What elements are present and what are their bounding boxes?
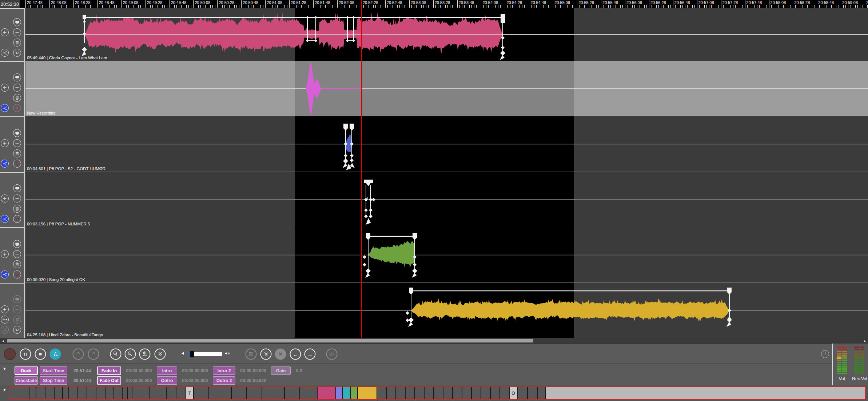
cart-cell[interactable] xyxy=(29,387,36,399)
prev-item-button[interactable]: ← xyxy=(290,348,301,360)
stop-button[interactable] xyxy=(35,348,46,360)
cart-cell[interactable] xyxy=(247,387,262,399)
horizontal-scrollbar[interactable]: ◂ ▸ xyxy=(0,338,868,344)
cart-cell[interactable] xyxy=(63,387,68,399)
delete-track-button[interactable] xyxy=(13,260,21,268)
selected-time-region[interactable] xyxy=(295,8,574,61)
stop-time-value[interactable]: 20:51:44 xyxy=(69,376,95,385)
cart-cell[interactable] xyxy=(209,387,231,399)
monitor-button[interactable] xyxy=(13,240,21,248)
scroll-left-icon[interactable]: ◂ xyxy=(0,338,6,344)
zoom-in-track-button[interactable] xyxy=(1,28,9,36)
speaker-loud-icon[interactable] xyxy=(225,350,231,358)
cart-cell[interactable] xyxy=(318,387,335,399)
cart-cell[interactable] xyxy=(336,387,342,399)
cart-cell[interactable] xyxy=(518,387,527,399)
discard-button[interactable]: × xyxy=(275,348,286,360)
cart-cell[interactable] xyxy=(87,387,96,399)
route-button[interactable] xyxy=(1,160,9,168)
selected-time-region[interactable] xyxy=(295,61,574,116)
intro-value[interactable]: 00:00:00.000 xyxy=(179,366,211,375)
cart-cell-T[interactable]: T xyxy=(186,387,193,399)
zoom-in-track-button[interactable] xyxy=(1,84,9,92)
cart-cell[interactable] xyxy=(78,387,87,399)
cart-cell[interactable] xyxy=(538,387,545,399)
timeline-ruler[interactable]: 20:47:4820:48:0820:48:2820:48:4820:49:08… xyxy=(20,0,868,8)
intro2-button[interactable]: Intro 2 xyxy=(213,366,235,375)
voice-track-button[interactable]: VT xyxy=(326,348,338,360)
duck-track-button[interactable] xyxy=(13,160,21,168)
delete-track-button[interactable] xyxy=(13,149,21,157)
intro2-value[interactable]: 00:00:00.000 xyxy=(237,366,269,375)
zoom-in-button[interactable] xyxy=(110,348,122,360)
next-item-button[interactable]: → xyxy=(304,348,316,360)
zoom-out-track-button[interactable] xyxy=(13,28,21,36)
volume-slider[interactable] xyxy=(188,351,222,357)
cart-cell[interactable] xyxy=(387,387,395,399)
cart-cell[interactable] xyxy=(500,387,509,399)
zoom-out-track-button[interactable] xyxy=(13,250,21,258)
track-row[interactable]: 00:03.156 | P8 POP - NUMMER 5 xyxy=(25,172,868,227)
cart-cell[interactable] xyxy=(343,387,350,399)
cart-cell[interactable] xyxy=(9,387,29,399)
cart-cell[interactable] xyxy=(232,387,246,399)
cart-cell[interactable] xyxy=(45,387,54,399)
stop-time-button[interactable]: Stop Time xyxy=(40,376,67,385)
cart-cell[interactable] xyxy=(425,387,433,399)
zoom-in-track-button[interactable] xyxy=(1,195,9,202)
delete-track-button[interactable] xyxy=(13,39,21,47)
cart-cell[interactable] xyxy=(528,387,537,399)
fade-in-button[interactable]: Fade In xyxy=(97,366,121,375)
track-row[interactable]: 05:49.440 | Gloria Gaynor - I am What I … xyxy=(25,8,868,61)
cart-cell[interactable] xyxy=(443,387,452,399)
monitor-button[interactable] xyxy=(13,184,21,192)
intro-button[interactable]: Intro xyxy=(157,366,177,375)
duck-track-button[interactable] xyxy=(13,49,21,57)
cart-cell[interactable] xyxy=(132,387,149,399)
zoom-out-track-button[interactable] xyxy=(13,139,21,147)
outro2-button[interactable]: Outro 2 xyxy=(213,376,235,385)
cart-cell[interactable] xyxy=(285,387,299,399)
cart-cell[interactable] xyxy=(114,387,122,399)
track-row[interactable]: 00:39.020 | Song 20 allright OK xyxy=(25,227,868,283)
add-insert-button[interactable] xyxy=(1,316,9,324)
monitor-button[interactable] xyxy=(13,73,21,81)
cart-cell[interactable] xyxy=(105,387,113,399)
record-button[interactable] xyxy=(4,348,16,360)
cart-cell[interactable] xyxy=(150,387,166,399)
cart-cell[interactable] xyxy=(123,387,127,399)
monitor-button[interactable] xyxy=(13,129,21,137)
zoom-out-track-button[interactable] xyxy=(13,84,21,92)
cart-cell-O[interactable]: O xyxy=(510,387,517,399)
record-disabled-button[interactable] xyxy=(13,104,21,112)
redo-button[interactable] xyxy=(88,348,99,360)
cart-cell[interactable] xyxy=(453,387,462,399)
duck-button[interactable]: Duck xyxy=(15,366,38,375)
cart-cell[interactable] xyxy=(55,387,62,399)
duck-track-button[interactable] xyxy=(13,270,21,278)
cart-cell[interactable] xyxy=(481,387,490,399)
fade-out-value[interactable]: 00:00:00.000 xyxy=(123,376,155,385)
undo-button[interactable] xyxy=(73,348,84,360)
selected-time-region[interactable] xyxy=(295,283,574,338)
cart-cell[interactable] xyxy=(351,387,357,399)
selected-time-region[interactable] xyxy=(295,116,574,172)
cart-cell[interactable] xyxy=(377,387,386,399)
collapse-strip-icon[interactable]: ▼ xyxy=(3,388,7,392)
outro-value[interactable]: 00:00:00.000 xyxy=(179,376,211,385)
gain-value[interactable]: 0.0 xyxy=(292,366,306,375)
cart-cell[interactable] xyxy=(358,387,377,399)
cart-cell[interactable] xyxy=(167,387,176,399)
speaker-min-icon[interactable] xyxy=(181,350,187,358)
cart-cell[interactable] xyxy=(36,387,45,399)
cart-cell[interactable] xyxy=(176,387,186,399)
fade-in-value[interactable]: 00:00:00.000 xyxy=(123,366,155,375)
cart-cell[interactable] xyxy=(69,387,77,399)
track-row[interactable]: New Recording xyxy=(25,61,868,116)
cart-cell[interactable] xyxy=(472,387,481,399)
zoom-in-track-button[interactable] xyxy=(1,139,9,147)
route-button[interactable] xyxy=(1,215,9,223)
scrollbar-thumb[interactable] xyxy=(7,339,533,342)
collapse-panel-icon[interactable]: ▼ xyxy=(3,366,7,371)
zoom-out-button[interactable] xyxy=(125,348,136,360)
